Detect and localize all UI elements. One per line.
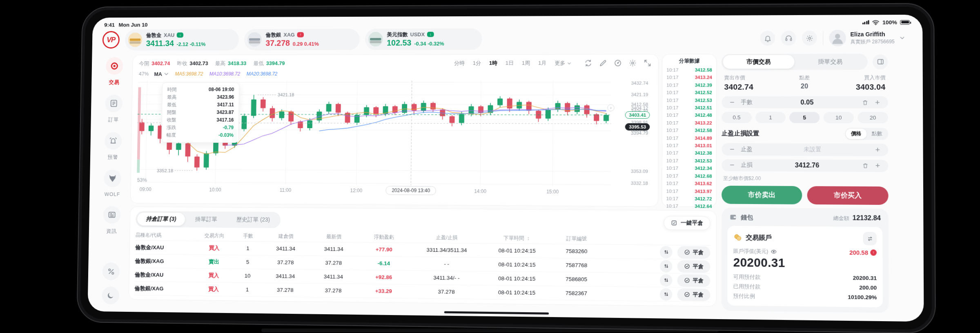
user-account-menu[interactable]: Eliza Griffith 真實賬戶 28756695 [829,30,906,47]
close-position-button[interactable]: 平倉 [677,288,710,301]
trash-icon[interactable] [862,162,869,169]
sidebar-item-news[interactable]: 資訊 [103,206,120,235]
chart-compare-button[interactable] [584,59,592,67]
orders-icon [109,99,118,108]
cell: 賣出 [194,258,234,266]
tp-value[interactable]: 未設置 [757,146,869,153]
alerts-icon [109,136,117,145]
home-indicator[interactable] [444,311,549,315]
stat-昨收: 昨收3402.73 [177,60,208,67]
promotions-button[interactable] [102,262,120,280]
sort-icon [526,236,530,241]
sl-value[interactable]: 3412.76 [757,162,858,169]
trash-icon[interactable] [862,99,869,106]
timeframe-1日[interactable]: 1日 [506,60,514,67]
trade-tab-掛單交易[interactable]: 掛單交易 [794,55,866,69]
mode-price-tab[interactable]: 價格 [846,129,866,139]
modify-tpsl-button[interactable] [660,260,673,273]
sidebar-item-trade[interactable]: 交易 [105,57,123,86]
tick-row: 10:173413.01 [666,142,712,149]
x-tick: 11:00 [280,187,292,193]
tick-row: 10:173412.52 [666,89,712,97]
pane-split-top-handle[interactable]: 47% [139,71,149,77]
modify-tpsl-button[interactable] [660,288,673,301]
col-header: 交易方向 [194,232,234,240]
sidebar-item-wolf[interactable]: WOLF [104,169,121,197]
ticker-usdx[interactable]: 美元指數USDX↓102.53-0.34 -0.32% [365,28,482,50]
timeframe-more-button[interactable]: 更多 [555,60,572,67]
orders-tab[interactable]: 歷史訂單 (23) [227,213,279,226]
tick-row: 10:173412.53 [666,157,712,164]
close-position-button[interactable]: 平倉 [677,274,710,287]
lots-increase-button[interactable]: + [873,98,882,107]
chart-settings-button[interactable] [628,59,637,67]
ticker-code: XAU [164,32,175,38]
pane-split-bottom-handle[interactable]: 53% [137,177,147,183]
eye-icon[interactable] [771,249,777,255]
collapse-tick-panel-button[interactable]: › [607,104,614,111]
chart-indicator-button[interactable] [614,59,622,67]
mode-points-tab[interactable]: 點數 [866,129,887,140]
col-header[interactable]: 下單時間 [483,235,551,242]
close-position-button[interactable]: 平倉 [677,246,710,259]
cell: 37.278 [261,286,310,293]
transfer-button[interactable] [863,232,876,245]
sl-decrease-button[interactable]: − [727,161,737,170]
lots-decrease-button[interactable]: − [728,98,737,107]
orders-panel: 持倉訂單 (3)掛單訂單歷史訂單 (23) 一鍵平倉 品種名/代碼交易方向手數建… [129,206,717,306]
ticker-xag[interactable]: 倫敦銀XAG↑37.2780.29 0.41% [244,29,360,50]
cell: 3311.34/3511.34 [410,246,483,253]
ma-legend: MA5:3698.72MA10:3698.72MA20:3698.72 [175,71,278,77]
sl-increase-button[interactable]: + [873,161,882,171]
ma-legend-0: MA5:3698.72 [175,71,203,77]
battery-icon [900,20,910,24]
tick-row: 10:173412.51 [666,104,712,112]
cell: 08-01 10:24:15 [483,247,551,254]
sidebar-item-alerts[interactable]: 預警 [104,132,122,161]
swap-icon [663,249,669,255]
timeframe-1月[interactable]: 1月 [538,60,546,67]
settings-button[interactable] [802,31,817,45]
theme-toggle-button[interactable] [102,286,119,304]
time-axis: 09:0010:0011:0012:0014:0015:002024-08-09… [136,184,652,198]
tp-label: 止盈 [741,146,753,153]
market-sell-button[interactable]: 市价卖出 [722,186,802,204]
wifi-icon [872,20,880,25]
support-button[interactable] [781,31,796,45]
tp-increase-button[interactable]: + [873,145,882,154]
ticker-price: 102.53 [387,38,411,47]
tick-row: 10:173412.58 [666,66,712,74]
svg-text:3352.18: 3352.18 [157,168,173,173]
timeframe-1周[interactable]: 1周 [522,60,530,67]
close-all-button[interactable]: 一鍵平倉 [664,216,710,230]
timeframe-分時[interactable]: 分時 [454,60,465,67]
lot-preset-1[interactable]: 1 [755,112,786,123]
lot-preset-20[interactable]: 20 [858,112,888,124]
lots-value[interactable]: 0.05 [757,99,858,106]
close-position-button[interactable]: 平倉 [677,260,710,273]
lot-preset-10[interactable]: 10 [824,112,854,124]
trade-tab-市價交易[interactable]: 市價交易 [723,55,794,69]
lot-preset-5[interactable]: 5 [789,112,820,123]
market-buy-button[interactable]: 市价买入 [807,186,889,205]
chart-fullscreen-button[interactable] [644,59,652,67]
sidebar-item-orders[interactable]: 訂單 [105,95,122,123]
notification-bell-button[interactable] [760,31,775,45]
orders-tab[interactable]: 掛單訂單 [186,213,226,226]
modify-tpsl-button[interactable] [660,246,673,258]
ticker-xau[interactable]: 倫敦金XAU↓3411.34-2.12 -0.11% [125,29,239,50]
chart-draw-button[interactable] [599,59,607,67]
timeframe-1分[interactable]: 1分 [473,60,481,67]
modify-tpsl-button[interactable] [660,274,673,286]
lot-preset-0.5[interactable]: 0.5 [722,112,752,123]
ticker-code: USDX [410,31,425,38]
timeframe-1時[interactable]: 1時 [489,60,497,67]
orderbook-toggle-button[interactable] [873,54,888,69]
chart-plot-area[interactable]: 3421.183352.18 3432.743421.193412.583406… [136,81,653,187]
orders-tab[interactable]: 持倉訂單 (3) [137,213,185,226]
tp-decrease-button[interactable]: − [728,145,737,154]
ma-selector[interactable]: MA [154,71,169,77]
cell: 08-01 10:24:15 [483,275,551,282]
col-header: 止盈/止損 [410,234,483,241]
tick-data-panel: 分筆數據 10:173412.5810:173413.2410:173412.3… [662,54,717,207]
